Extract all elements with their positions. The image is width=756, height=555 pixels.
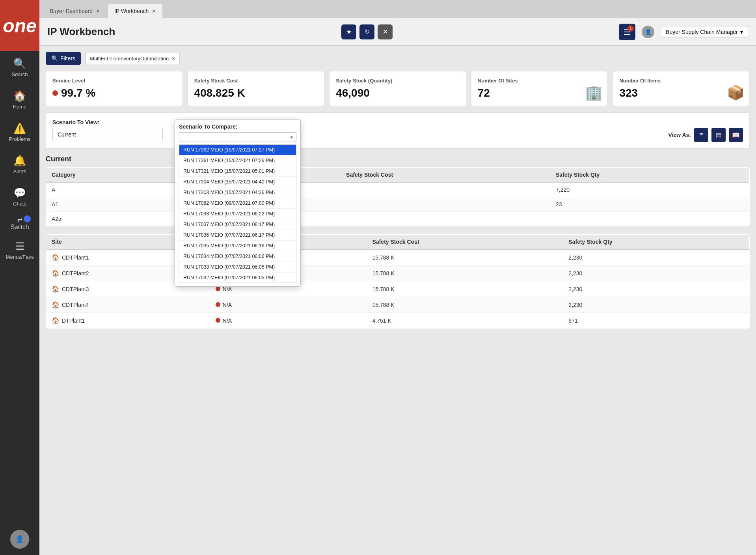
user-avatar-sidebar[interactable]: 👤 (10, 530, 29, 549)
scenario-to-compare-popup: Scenario To Compare: ▾ RUN 17362 MEIO (1… (175, 119, 301, 287)
view-as-section: View As: ≡ ▤ 📖 (668, 128, 743, 142)
app-logo[interactable]: one (0, 0, 39, 51)
dropdown-item-run17038[interactable]: RUN 17038 MEIO (07/07/2021 06:22 PM) (179, 209, 296, 219)
site-cdtplant4-cell: 🏠 CDTPlant4 (46, 297, 210, 313)
scenario-to-view-label: Scenario To View: (52, 119, 163, 125)
service-level-dot (52, 90, 58, 96)
active-filter-label: MultiEchelonInventoryOptimization (90, 56, 169, 62)
dropdown-item-run17362[interactable]: RUN 17362 MEIO (15/07/2021 07:27 PM) (179, 145, 296, 155)
site-cdtplant4-cost-cell: 15.788 K (367, 297, 563, 313)
category-table-section: Current Category Service Level Safety St… (46, 155, 750, 226)
sites-icon: 🏢 (585, 84, 603, 101)
tab-ip-workbench-close[interactable]: ✕ (152, 8, 156, 14)
kpi-safety-stock-cost: Safety Stock Cost 408.825 K (188, 71, 325, 106)
compare-search-input[interactable] (182, 134, 290, 140)
compare-popup-label: Scenario To Compare: (179, 123, 296, 130)
sidebar-label-search: Search (11, 71, 28, 77)
site-table: Site Service Level Safety Stock Cost Saf… (46, 234, 750, 329)
scenario-to-view-select[interactable]: Current (52, 128, 163, 141)
notification-button[interactable]: ☰ 1 (619, 24, 635, 40)
dropdown-item-run17032[interactable]: RUN 17032 MEIO (07/07/2021 06:05 PM) (179, 273, 296, 282)
site-table-header-row: Site Service Level Safety Stock Cost Saf… (46, 235, 750, 250)
tab-bar: Buyer Dashboard ✕ IP Workbench ✕ (39, 0, 756, 18)
sidebar-item-problems[interactable]: ⚠️ Problems (0, 116, 39, 148)
kpi-service-level-label: Service Level (52, 78, 176, 84)
search-icon: 🔍 (13, 58, 26, 70)
sidebar-item-menus[interactable]: ☰ Menus/Favs (0, 234, 39, 266)
page-header: IP Workbench ★ ↻ ✕ ☰ 1 👤 Buyer Supply Ch… (39, 18, 756, 46)
category-table-header-row: Category Service Level Safety Stock Cost… (46, 168, 750, 183)
view-list-button[interactable]: ≡ (694, 128, 708, 142)
tab-buyer-dashboard-label: Buyer Dashboard (50, 8, 93, 14)
compare-input-row[interactable]: ▾ (179, 132, 296, 142)
header-close-button[interactable]: ✕ (378, 24, 393, 39)
dropdown-item-run17034[interactable]: RUN 17034 MEIO (07/07/2021 06:06 PM) (179, 251, 296, 262)
dropdown-item-run17321[interactable]: RUN 17321 MEIO (15/07/2021 05:01 PM) (179, 166, 296, 177)
warning-icon: ⚠️ (13, 122, 26, 135)
dropdown-item-run17304[interactable]: RUN 17304 MEIO (15/07/2021 04:40 PM) (179, 177, 296, 187)
dropdown-item-run17033[interactable]: RUN 17033 MEIO (07/07/2021 06:05 PM) (179, 262, 296, 273)
logo-text: one (3, 15, 36, 37)
scenario-row: Scenario To View: Current Scenario To Co… (52, 119, 743, 142)
compare-dropdown-list[interactable]: RUN 17362 MEIO (15/07/2021 07:27 PM) RUN… (179, 144, 296, 282)
site-cdtplant1-cost-cell: 15.788 K (367, 249, 563, 265)
home-icon: 🏠 (13, 90, 26, 102)
sidebar-label-alerts: Alerts (13, 168, 26, 174)
site-cost-col-header: Safety Stock Cost (367, 235, 563, 250)
category-col-header: Category (46, 168, 173, 183)
site-dtplant1-cost-cell: 4.751 K (367, 313, 563, 329)
category-a1-cell: A1 (46, 197, 173, 212)
switch-icon: ⇄ (17, 216, 22, 224)
sidebar-item-chats[interactable]: 💬 Chats (0, 181, 39, 213)
table-row[interactable]: 🏠 CDTPlant4 N/A 15.788 K 2,230 (46, 297, 750, 313)
kpi-number-of-sites-value: 72 (478, 87, 490, 99)
sidebar-item-alerts[interactable]: 🔔 Alerts (0, 148, 39, 181)
dropdown-item-run17037[interactable]: RUN 17037 MEIO (07/07/2021 06:17 PM) (179, 219, 296, 230)
house-icon: 🏠 (52, 285, 60, 293)
remove-filter-button[interactable]: ✕ (171, 56, 175, 62)
status-dot-red (216, 318, 220, 323)
filters-button[interactable]: 🔍 Filters (46, 52, 81, 65)
page-title: IP Workbench (47, 26, 115, 38)
safety-stock-qty-col-header: Safety Stock Qty (550, 168, 750, 183)
dropdown-item-run17303[interactable]: RUN 17303 MEIO (15/07/2021 04:36 PM) (179, 187, 296, 198)
site-cdtplant4-sl-cell: N/A (210, 297, 367, 313)
qty-a2a-cell (550, 212, 750, 226)
scenario-to-view-group: Scenario To View: Current (52, 119, 163, 141)
sidebar-item-switch[interactable]: ⇄ Switch (0, 213, 39, 234)
dropdown-item-run17035[interactable]: RUN 17035 MEIO (07/07/2021 06:16 PM) (179, 241, 296, 251)
refresh-button[interactable]: ↻ (359, 24, 374, 39)
user-role-selector[interactable]: Buyer Supply Chain Manager ▾ (661, 26, 748, 38)
house-icon: 🏠 (52, 254, 60, 261)
tab-buyer-dashboard[interactable]: Buyer Dashboard ✕ (43, 4, 106, 18)
tab-ip-workbench[interactable]: IP Workbench ✕ (108, 4, 162, 18)
switch-badge (24, 215, 31, 222)
kpi-safety-stock-cost-label: Safety Stock Cost (194, 78, 318, 84)
category-a-cell: A (46, 182, 173, 197)
avatar: 👤 (642, 26, 654, 38)
tab-buyer-dashboard-close[interactable]: ✕ (96, 8, 100, 14)
table-row[interactable]: 🏠 CDTPlant1 N/A 15.788 K 2,230 (46, 249, 750, 265)
dropdown-item-run17082[interactable]: RUN 17082 MEIO (09/07/2021 07:00 PM) (179, 198, 296, 209)
status-dot-red (216, 286, 220, 291)
cost-a2a-cell (341, 212, 550, 226)
table-row[interactable]: 🏠 CDTPlant3 N/A 15.788 K 2,230 (46, 281, 750, 297)
view-book-button[interactable]: 📖 (729, 128, 743, 142)
kpi-row: Service Level 99.7 % Safety Stock Cost 4… (46, 71, 750, 106)
table-row[interactable]: 🏠 CDTPlant2 N/A 15.788 K 2,230 (46, 265, 750, 281)
table-row[interactable]: A 99.7 % 7,220 (46, 182, 750, 197)
sidebar-item-search[interactable]: 🔍 Search (0, 51, 39, 84)
table-row[interactable]: A2a N/A (46, 212, 750, 226)
table-row[interactable]: 🏠 DTPlant1 N/A 4.751 K 671 (46, 313, 750, 329)
dropdown-item-run17361[interactable]: RUN 17361 MEIO (15/07/2021 07:26 PM) (179, 155, 296, 166)
kpi-service-level-value: 99.7 % (61, 87, 95, 99)
table-row[interactable]: A1 N/A 23 (46, 197, 750, 212)
dropdown-item-run17036[interactable]: RUN 17036 MEIO (07/07/2021 06:17 PM) (179, 230, 296, 241)
sidebar-item-home[interactable]: 🏠 Home (0, 84, 39, 116)
kpi-number-of-sites: Number Of Sites 72 🏢 (471, 71, 608, 106)
chevron-down-icon: ▾ (740, 29, 743, 35)
favorite-button[interactable]: ★ (341, 24, 356, 39)
view-as-label: View As: (668, 132, 691, 138)
kpi-number-of-sites-label: Number Of Sites (478, 78, 601, 84)
view-grid-button[interactable]: ▤ (711, 128, 726, 142)
